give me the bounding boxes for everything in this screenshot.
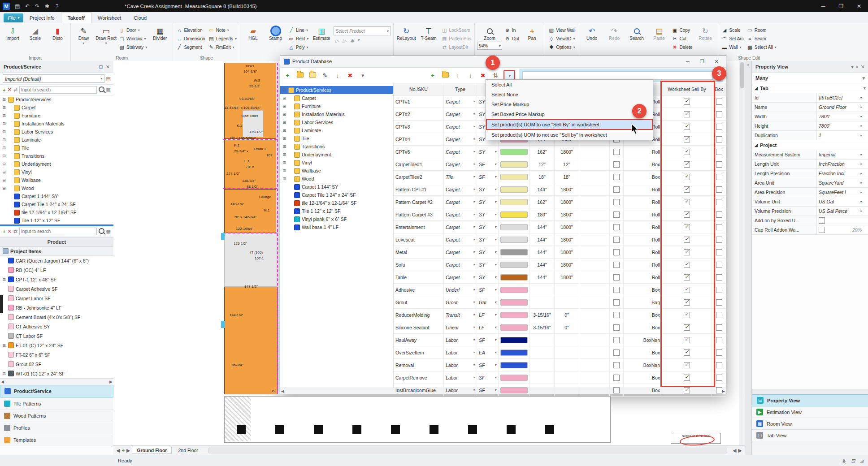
unit-cell[interactable]: SY▾ bbox=[477, 271, 499, 283]
worksheet-sell-by-cell[interactable] bbox=[662, 246, 712, 258]
database-tree-item[interactable]: ⊟ Product/Services bbox=[280, 86, 393, 94]
nav-tile-patterns[interactable]: Tile Patterns bbox=[0, 397, 113, 410]
sell-by-method-cell[interactable]: Roll bbox=[624, 246, 662, 258]
type-cell[interactable]: Tile▾ bbox=[444, 171, 477, 183]
tree-item[interactable]: ⊞ Underlayment bbox=[0, 160, 113, 168]
worksheet-sell-by-cell[interactable] bbox=[662, 309, 712, 321]
remove-product-icon[interactable]: ✕ bbox=[7, 87, 11, 93]
expander-icon[interactable]: ⊞ bbox=[2, 371, 6, 376]
tree-item[interactable]: ⊞ Tile bbox=[0, 144, 113, 152]
unit-cell[interactable]: LF▾ bbox=[477, 309, 499, 321]
col-box[interactable]: Box bbox=[712, 83, 726, 95]
check-cell[interactable] bbox=[610, 158, 624, 170]
expander-icon[interactable]: ⊟ bbox=[2, 97, 6, 102]
options-button[interactable]: ✱Options▾ bbox=[547, 43, 576, 51]
box-cell[interactable] bbox=[712, 146, 726, 158]
box-cell[interactable] bbox=[712, 246, 726, 258]
tab-2nd-floor[interactable]: 2nd Floor bbox=[174, 447, 202, 453]
col-type[interactable]: Type bbox=[444, 83, 477, 95]
type-cell[interactable]: Carpet▾ bbox=[444, 146, 477, 158]
table-row[interactable]: Table Carpet▾ SY▾ 144" 1800" Roll bbox=[394, 271, 726, 284]
box-checkbox[interactable] bbox=[716, 237, 722, 243]
color-cell[interactable] bbox=[499, 371, 530, 384]
sell-by-method-cell[interactable]: Roll bbox=[624, 208, 662, 220]
collapse-panel-icon[interactable]: ▸ bbox=[745, 61, 752, 67]
draw-rect-button[interactable]: ▭Draw Rect▾ bbox=[95, 24, 117, 46]
addon-checkbox[interactable] bbox=[819, 217, 825, 224]
floorplan-lower-section[interactable] bbox=[224, 396, 611, 443]
move-up-icon[interactable]: ↑ bbox=[453, 72, 462, 79]
worksheet-sell-by-cell[interactable] bbox=[662, 296, 712, 308]
table-row[interactable]: Grout Grout▾ Gal▾ Bag bbox=[394, 296, 726, 309]
tree-item[interactable]: ⊟ Product/Services bbox=[0, 95, 113, 104]
product-filter-input[interactable] bbox=[522, 71, 713, 80]
search-icon[interactable] bbox=[99, 228, 104, 235]
gear-icon[interactable]: ✱ bbox=[350, 38, 354, 44]
database-tree-item[interactable]: ⊞ Transitions bbox=[280, 142, 393, 151]
copy-button[interactable]: ▣Copy bbox=[671, 26, 694, 34]
worksheet-sell-by-checkbox[interactable] bbox=[684, 262, 690, 268]
menu-item-set-price-markup[interactable]: Set Price Markup bbox=[486, 99, 653, 109]
open-folder-icon[interactable] bbox=[308, 72, 317, 79]
col-worksheet-sell-by[interactable]: Worksheet Sell By bbox=[662, 83, 712, 95]
tree-item[interactable]: Carpet 1 144" SY bbox=[0, 192, 113, 200]
color-cell[interactable] bbox=[499, 221, 530, 233]
shape-scale-button[interactable]: ◢Scale bbox=[720, 26, 744, 34]
sell-by-method-cell[interactable]: Box bbox=[624, 384, 662, 396]
property-row[interactable]: Id {IbTuBC2e}▾ bbox=[752, 93, 868, 103]
worksheet-sell-by-cell[interactable] bbox=[662, 271, 712, 283]
color-cell[interactable] bbox=[499, 196, 530, 208]
legends-button[interactable]: ▤Legends▾ bbox=[208, 35, 238, 43]
cap-roll-checkbox[interactable] bbox=[819, 227, 825, 233]
scale-button[interactable]: ◢Scale bbox=[25, 24, 46, 41]
unit-cell[interactable]: SF▾ bbox=[477, 334, 499, 346]
property-value[interactable]: SquareYard▾ bbox=[817, 178, 864, 187]
box-checkbox[interactable] bbox=[716, 149, 722, 155]
color-cell[interactable] bbox=[499, 321, 530, 333]
estimate-button[interactable]: ▥Estimate bbox=[311, 24, 332, 41]
table-row[interactable]: OverSizeItem Labor▾ EA▾ Box bbox=[394, 346, 726, 359]
worksheet-sell-by-cell[interactable] bbox=[662, 334, 712, 346]
worksheet-sell-by-checkbox[interactable] bbox=[684, 375, 690, 381]
hgl-button[interactable]: ▰HGL bbox=[243, 24, 264, 41]
worksheet-sell-by-cell[interactable] bbox=[662, 108, 712, 120]
draw-button[interactable]: ✎Draw▾ bbox=[73, 24, 94, 46]
database-tree-item[interactable]: ⊞ Labor Services bbox=[280, 118, 393, 126]
close-button[interactable]: ✕ bbox=[850, 0, 868, 12]
type-cell[interactable]: Carpet▾ bbox=[444, 246, 477, 258]
tree-item[interactable]: Carpet Tile 1 24" x 24" SF bbox=[0, 200, 113, 208]
dialog-close-button[interactable]: ✕ bbox=[711, 59, 722, 65]
type-cell[interactable]: Carpet▾ bbox=[444, 108, 477, 120]
rotate-button[interactable]: ↻Rotate bbox=[694, 24, 716, 41]
stamp-button[interactable]: Stamp bbox=[265, 24, 286, 41]
group-tab[interactable]: ◢Tab▾ bbox=[752, 83, 868, 93]
collapse-statusbar-icon[interactable]: ≪ bbox=[841, 458, 847, 463]
select-product-dropdown[interactable]: Select Product▾ bbox=[334, 26, 391, 35]
room-button[interactable]: ▭Room bbox=[746, 26, 777, 34]
box-cell[interactable] bbox=[712, 233, 726, 246]
project-item-search-input[interactable] bbox=[19, 228, 97, 235]
check-cell[interactable] bbox=[610, 246, 624, 258]
box-cell[interactable] bbox=[712, 346, 726, 358]
box-cell[interactable] bbox=[712, 196, 726, 208]
horizontal-scroll-track[interactable] bbox=[208, 448, 727, 453]
property-row-cap-roll[interactable]: Cap Roll Addon Wa... 20% bbox=[752, 225, 868, 235]
tree-item[interactable]: ⊞ Labor Services bbox=[0, 128, 113, 136]
pin-icon[interactable]: ▪ bbox=[856, 64, 858, 69]
type-cell[interactable]: Labor▾ bbox=[444, 359, 477, 371]
property-value[interactable]: US Gal Perce▾ bbox=[817, 207, 864, 216]
check-cell[interactable] bbox=[610, 196, 624, 208]
property-value[interactable]: {IbTuBC2e}▾ bbox=[817, 93, 864, 102]
row-checkbox[interactable] bbox=[613, 149, 620, 155]
table-row[interactable]: Metal Carpet▾ SY▾ 144" 1800" Roll bbox=[394, 246, 726, 259]
nav-product-service[interactable]: Product/Service bbox=[0, 385, 113, 397]
sell-by-method-cell[interactable]: Roll bbox=[624, 221, 662, 233]
row-checkbox[interactable] bbox=[613, 199, 620, 205]
color-cell[interactable] bbox=[499, 158, 530, 170]
view-wall-button[interactable]: ▧View Wall bbox=[547, 26, 576, 34]
box-cell[interactable] bbox=[712, 296, 726, 308]
table-row[interactable]: Silicone Sealant Linear▾ LF▾ 3-15/16" 0"… bbox=[394, 321, 726, 334]
unit-cell[interactable]: SY▾ bbox=[477, 146, 499, 158]
chevron-down-icon[interactable]: ▾ bbox=[358, 38, 360, 44]
expander-icon[interactable]: ⊞ bbox=[282, 104, 286, 108]
